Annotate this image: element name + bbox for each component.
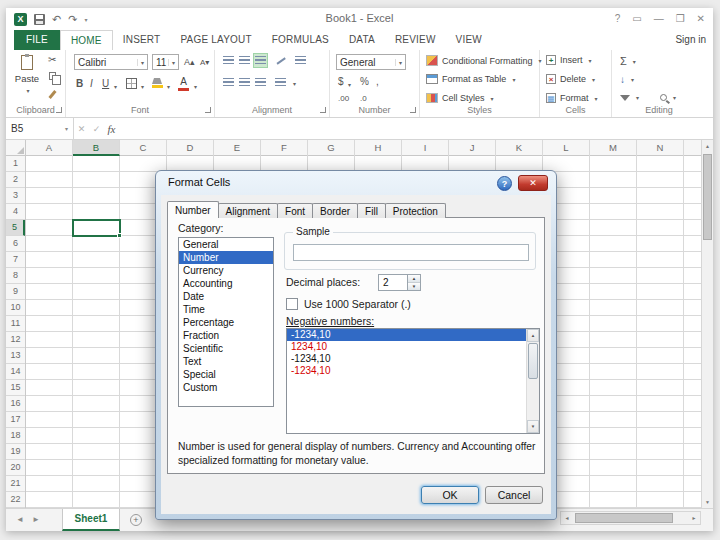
- underline-button[interactable]: U: [102, 78, 109, 90]
- row-header-14[interactable]: 14: [6, 364, 25, 380]
- percent-style-button[interactable]: %: [360, 76, 369, 88]
- category-item-accounting[interactable]: Accounting: [179, 277, 273, 290]
- spinner-up-icon[interactable]: ▲: [408, 275, 420, 283]
- row-header-7[interactable]: 7: [6, 252, 25, 268]
- cancel-entry-icon[interactable]: ✕: [74, 124, 89, 134]
- conditional-formatting-button[interactable]: Conditional Formatting ▾: [426, 55, 542, 66]
- insert-cells-button[interactable]: + Insert ▾: [546, 55, 592, 65]
- fill-button[interactable]: ↓ ▾: [620, 74, 634, 85]
- use-1000-separator-checkbox[interactable]: [286, 298, 298, 310]
- bold-button[interactable]: B: [76, 78, 83, 90]
- increase-decimal-button[interactable]: .00: [338, 93, 349, 105]
- row-header-5[interactable]: 5: [6, 220, 25, 236]
- scroll-down-icon[interactable]: ▼: [527, 420, 539, 433]
- category-item-scientific[interactable]: Scientific: [179, 342, 273, 355]
- fill-handle[interactable]: [117, 233, 122, 238]
- horizontal-scrollbar[interactable]: ◄ ►: [560, 511, 701, 525]
- ribbon-tab-review[interactable]: REVIEW: [385, 30, 446, 50]
- decimal-places-stepper[interactable]: ▲ ▼: [408, 274, 421, 291]
- vertical-scrollbar[interactable]: ▲ ▼: [701, 140, 713, 508]
- row-header-8[interactable]: 8: [6, 268, 25, 284]
- middle-align-button[interactable]: [237, 53, 252, 68]
- category-item-date[interactable]: Date: [179, 290, 273, 303]
- center-button[interactable]: [237, 75, 252, 90]
- formula-input[interactable]: [119, 118, 713, 139]
- number-format-combo[interactable]: General ▾: [336, 54, 406, 70]
- find-select-button[interactable]: ▾: [660, 94, 676, 101]
- row-header-15[interactable]: 15: [6, 380, 25, 396]
- help-icon[interactable]: ?: [615, 11, 621, 27]
- row-header-12[interactable]: 12: [6, 332, 25, 348]
- dialog-tab-fill[interactable]: Fill: [357, 203, 386, 218]
- row-header-13[interactable]: 13: [6, 348, 25, 364]
- sign-in-link[interactable]: Sign in: [675, 34, 706, 45]
- orientation-button[interactable]: [273, 53, 288, 68]
- category-item-general[interactable]: General: [179, 238, 273, 251]
- category-item-text[interactable]: Text: [179, 355, 273, 368]
- row-header-19[interactable]: 19: [6, 444, 25, 460]
- sheet-tab-sheet1[interactable]: Sheet1: [62, 509, 120, 531]
- row-header-10[interactable]: 10: [6, 300, 25, 316]
- negative-numbers-listbox[interactable]: ▲ ▼ -1234,101234,10-1234,10-1234,10: [286, 328, 540, 434]
- scroll-up-icon[interactable]: ▲: [527, 329, 539, 342]
- negative-option-0[interactable]: -1234,10: [287, 329, 539, 341]
- restore-icon[interactable]: ❐: [676, 11, 685, 27]
- column-header-i[interactable]: I: [402, 140, 449, 156]
- close-icon[interactable]: ✕: [697, 11, 705, 27]
- select-all-corner[interactable]: [6, 140, 26, 156]
- dialog-help-icon[interactable]: ?: [497, 176, 512, 191]
- category-item-custom[interactable]: Custom: [179, 381, 273, 394]
- column-header-c[interactable]: C: [120, 140, 167, 156]
- paste-button[interactable]: Paste ▾: [12, 53, 42, 105]
- chevron-down-icon[interactable]: ▾: [348, 81, 351, 88]
- font-name-combo[interactable]: Calibri ▾: [74, 54, 148, 70]
- column-header-h[interactable]: H: [355, 140, 402, 156]
- horizontal-scroll-thumb[interactable]: [575, 513, 673, 523]
- row-header-3[interactable]: 3: [6, 188, 25, 204]
- negative-option-3[interactable]: -1234,10: [287, 365, 539, 377]
- listbox-scroll-thumb[interactable]: [528, 343, 538, 379]
- row-header-21[interactable]: 21: [6, 476, 25, 492]
- row-header-9[interactable]: 9: [6, 284, 25, 300]
- bottom-align-button[interactable]: [253, 53, 268, 68]
- accounting-format-button[interactable]: $: [338, 76, 344, 88]
- column-header-m[interactable]: M: [590, 140, 637, 156]
- ribbon-tab-file[interactable]: FILE: [14, 30, 60, 50]
- active-cell-b5[interactable]: [72, 219, 121, 237]
- ribbon-tab-home[interactable]: HOME: [60, 30, 113, 50]
- top-align-button[interactable]: [221, 53, 236, 68]
- cut-button[interactable]: ✂: [48, 54, 56, 66]
- scroll-left-icon[interactable]: ◄: [561, 512, 573, 524]
- borders-button[interactable]: [126, 78, 137, 89]
- category-item-special[interactable]: Special: [179, 368, 273, 381]
- vertical-scroll-thumb[interactable]: [703, 154, 712, 240]
- column-header-b[interactable]: B: [73, 140, 120, 156]
- row-header-17[interactable]: 17: [6, 412, 25, 428]
- new-sheet-icon[interactable]: +: [130, 514, 142, 526]
- dialog-tab-font[interactable]: Font: [277, 203, 313, 218]
- chevron-down-icon[interactable]: ▾: [141, 83, 144, 90]
- prev-sheet-icon[interactable]: ◄: [16, 515, 24, 524]
- dialog-tab-number[interactable]: Number: [167, 201, 219, 218]
- font-color-button[interactable]: A: [178, 76, 189, 91]
- column-header-n[interactable]: N: [637, 140, 684, 156]
- merge-center-button[interactable]: [273, 75, 288, 90]
- ribbon-tab-insert[interactable]: INSERT: [113, 30, 171, 50]
- format-cells-button[interactable]: ▦ Format ▾: [546, 93, 598, 103]
- shrink-font-button[interactable]: A▾: [200, 57, 209, 69]
- row-header-16[interactable]: 16: [6, 396, 25, 412]
- number-dialog-launcher[interactable]: [410, 107, 416, 113]
- name-box[interactable]: B5 ▾: [6, 118, 74, 139]
- fill-color-button[interactable]: [152, 78, 163, 88]
- ribbon-options-icon[interactable]: ▭: [632, 11, 641, 27]
- category-item-time[interactable]: Time: [179, 303, 273, 316]
- next-sheet-icon[interactable]: ►: [32, 515, 40, 524]
- clipboard-dialog-launcher[interactable]: [56, 107, 62, 113]
- chevron-down-icon[interactable]: ▾: [194, 83, 197, 90]
- format-painter-button[interactable]: [48, 90, 56, 99]
- align-right-button[interactable]: [253, 75, 268, 90]
- decimal-places-input[interactable]: 2: [378, 274, 408, 291]
- row-header-22[interactable]: 22: [6, 492, 25, 508]
- delete-cells-button[interactable]: × Delete ▾: [546, 74, 595, 84]
- font-size-combo[interactable]: 11 ▾: [152, 54, 179, 70]
